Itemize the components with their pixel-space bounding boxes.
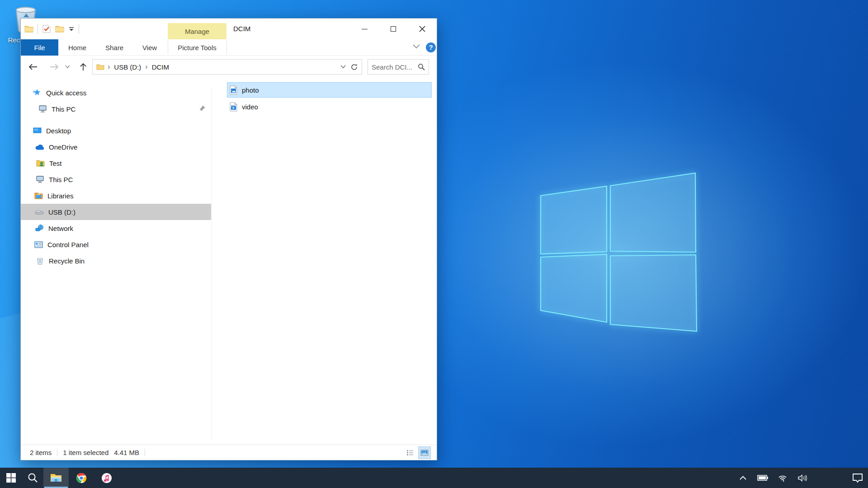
nav-label: Test: [49, 160, 62, 167]
breadcrumb-dcim[interactable]: DCIM: [151, 63, 170, 71]
window-controls: [350, 19, 437, 39]
search-icon: [28, 473, 38, 483]
battery-tray-button[interactable]: [756, 468, 769, 488]
contextual-tab-manage[interactable]: Manage: [168, 23, 226, 39]
nav-item-quick-access[interactable]: Quick access: [21, 84, 211, 101]
nav-item-onedrive[interactable]: OneDrive: [21, 139, 211, 155]
close-icon: [419, 26, 425, 32]
address-bar[interactable]: › USB (D:) › DCIM: [92, 59, 362, 75]
details-view-button[interactable]: [404, 447, 416, 459]
start-icon: [6, 473, 16, 483]
action-center-button[interactable]: [851, 468, 864, 488]
file-explorer-window: Manage DCIM File Home Share View Picture…: [20, 18, 437, 460]
up-button[interactable]: [76, 60, 90, 74]
onedrive-cloud-icon: [35, 144, 44, 150]
nav-label: Desktop: [46, 127, 71, 135]
usb-drive-icon: [35, 210, 44, 215]
status-selection-size: 4.41 MB: [114, 449, 139, 456]
customize-chevron-icon[interactable]: [68, 26, 75, 32]
nav-item-recycle-bin[interactable]: Recycle Bin: [21, 253, 211, 269]
search-input[interactable]: Search DCI...: [368, 59, 429, 75]
status-selection: 1 item selected: [63, 449, 108, 456]
file-name: photo: [242, 86, 259, 94]
tab-view[interactable]: View: [135, 39, 165, 56]
new-folder-icon[interactable]: [55, 25, 64, 33]
back-button[interactable]: [26, 60, 40, 74]
status-item-count: 2 items: [30, 449, 52, 456]
tab-share[interactable]: Share: [99, 39, 130, 56]
taskbar-itunes-button[interactable]: [94, 468, 119, 488]
taskbar: [0, 468, 868, 488]
breadcrumb-usb[interactable]: USB (D:): [113, 63, 142, 71]
window-title: DCIM: [233, 19, 250, 39]
nav-item-libraries[interactable]: Libraries: [21, 188, 211, 204]
wifi-tray-button[interactable]: [776, 468, 789, 488]
taskbar-file-explorer-button[interactable]: [43, 468, 69, 488]
nav-label: Network: [48, 225, 73, 232]
forward-button[interactable]: [47, 60, 61, 74]
address-dropdown-chevron-icon[interactable]: [340, 65, 346, 69]
refresh-icon[interactable]: [350, 63, 358, 71]
nav-label: Recycle Bin: [49, 257, 85, 265]
search-icon[interactable]: [418, 63, 425, 70]
nav-label: This PC: [52, 105, 75, 113]
tab-home[interactable]: Home: [61, 39, 93, 56]
view-toggles: [404, 447, 430, 459]
recent-locations-button[interactable]: [62, 60, 72, 74]
navigation-pane: Quick access This PC: [21, 78, 212, 446]
user-folder-icon: [36, 160, 45, 167]
nav-label: Control Panel: [47, 241, 89, 249]
taskbar-search-button[interactable]: [22, 468, 43, 488]
battery-icon: [757, 475, 768, 481]
this-pc-icon: [38, 105, 47, 113]
file-row-photo[interactable]: photo: [227, 82, 432, 98]
show-hidden-icons-button[interactable]: [736, 468, 750, 488]
file-list: photo video: [227, 78, 432, 446]
search-text: Search DCI...: [372, 63, 418, 71]
nav-item-test[interactable]: Test: [21, 155, 211, 171]
status-bar: 2 items 1 item selected 4.41 MB: [21, 445, 437, 460]
start-button[interactable]: [0, 468, 22, 488]
taskbar-chrome-button[interactable]: [69, 468, 94, 488]
ribbon-tab-row: File Home Share View Picture Tools ?: [21, 39, 437, 56]
control-panel-icon: [34, 241, 43, 248]
nav-item-usb-d[interactable]: USB (D:): [21, 204, 211, 220]
nav-item-control-panel[interactable]: Control Panel: [21, 236, 211, 253]
quick-access-toolbar: [24, 19, 79, 39]
recycle-bin-icon: [35, 257, 44, 265]
title-bar[interactable]: Manage DCIM: [21, 19, 437, 39]
back-arrow-icon: [28, 63, 38, 70]
this-pc-icon: [35, 176, 44, 183]
tab-picture-tools[interactable]: Picture Tools: [168, 39, 226, 56]
photo-file-icon: [230, 85, 237, 95]
desktop: Recycle Bin: [0, 0, 868, 488]
maximize-button[interactable]: [379, 19, 408, 39]
network-icon: [35, 225, 44, 232]
quick-access-star-icon: [33, 89, 42, 97]
file-row-video[interactable]: video: [227, 99, 432, 114]
breadcrumb-chevron-icon: ›: [142, 63, 151, 71]
chevron-up-icon: [740, 476, 746, 480]
large-icons-view-icon: [420, 450, 429, 456]
qat-separator: [38, 24, 38, 34]
desktop-icon: [33, 127, 42, 134]
volume-tray-button[interactable]: [796, 468, 809, 488]
minimize-button[interactable]: [350, 19, 379, 39]
properties-check-icon[interactable]: [42, 24, 51, 33]
nav-label: This PC: [49, 176, 73, 183]
details-view-icon: [406, 450, 414, 456]
volume-icon: [798, 474, 807, 482]
expand-ribbon-chevron-icon[interactable]: [412, 44, 420, 49]
tab-separator: [226, 41, 227, 54]
nav-item-desktop[interactable]: Desktop: [21, 122, 211, 139]
nav-label: OneDrive: [49, 143, 77, 151]
tab-file[interactable]: File: [21, 39, 58, 56]
large-icons-view-button[interactable]: [419, 447, 430, 459]
nav-item-this-pc-pinned[interactable]: This PC: [21, 101, 211, 117]
nav-item-this-pc[interactable]: This PC: [21, 171, 211, 188]
pane-divider[interactable]: [212, 87, 212, 440]
help-button[interactable]: ?: [426, 42, 436, 52]
close-button[interactable]: [408, 19, 437, 39]
nav-item-network[interactable]: Network: [21, 220, 211, 236]
folder-icon[interactable]: [24, 25, 33, 33]
